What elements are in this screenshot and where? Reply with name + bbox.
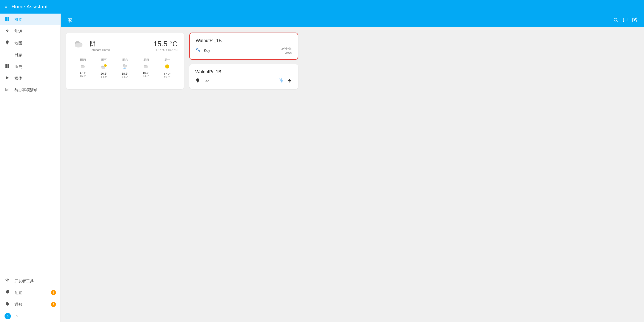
sidebar-item-map[interactable]: 地图 bbox=[0, 37, 60, 49]
svg-point-23 bbox=[75, 43, 82, 47]
notifications-icon bbox=[4, 302, 10, 307]
history-icon bbox=[4, 64, 10, 69]
weather-condition-text: 阴 bbox=[90, 40, 153, 48]
energy-icon bbox=[4, 28, 10, 34]
forecast-low-sun: 14.3° bbox=[136, 74, 156, 78]
forecast-day-name: 周日 bbox=[136, 58, 156, 62]
svg-rect-6 bbox=[6, 53, 9, 53]
device-status-top-key: 3分钟前 bbox=[281, 47, 292, 51]
forecast-high-sun: 15.8° bbox=[136, 71, 156, 74]
forecast-icon-sat bbox=[114, 63, 136, 71]
forecast-low-thu: 15.5° bbox=[72, 74, 94, 78]
device-row-led: Led bbox=[195, 78, 292, 84]
svg-marker-14 bbox=[6, 76, 9, 79]
forecast-day-name: 周一 bbox=[156, 58, 178, 62]
device-label-key: Key bbox=[204, 49, 278, 53]
svg-point-41 bbox=[196, 48, 198, 50]
sidebar-item-history[interactable]: 历史 bbox=[0, 61, 60, 72]
svg-point-33 bbox=[123, 65, 127, 68]
svg-rect-16 bbox=[6, 89, 8, 89]
media-icon bbox=[4, 76, 10, 81]
forecast-day-thu: 周四 17.7° 15.5° bbox=[72, 58, 94, 79]
bulb-icon bbox=[195, 78, 200, 84]
svg-rect-7 bbox=[6, 54, 9, 54]
bolt-icon[interactable] bbox=[287, 78, 292, 84]
forecast-icon-mon bbox=[156, 63, 178, 71]
forecast-day-sat: 周六 18.6° bbox=[114, 58, 136, 79]
weather-forecast: 周四 17.7° 15.5° 周五 bbox=[72, 58, 178, 79]
key-icon bbox=[196, 47, 201, 54]
device-card-led: WalnutPi_1B Led bbox=[189, 64, 298, 89]
svg-line-34 bbox=[123, 68, 124, 69]
sidebar-label-map: 地图 bbox=[14, 40, 22, 46]
svg-line-20 bbox=[616, 21, 618, 22]
sidebar: 概览 能源 地图 日志 bbox=[0, 13, 61, 322]
svg-marker-4 bbox=[6, 29, 8, 33]
forecast-high-thu: 17.7° bbox=[72, 71, 94, 74]
sidebar-item-config[interactable]: 配置 1 bbox=[0, 287, 60, 299]
svg-line-36 bbox=[126, 68, 126, 69]
sidebar-label-log: 日志 bbox=[14, 52, 22, 57]
device-row-key: Key 3分钟前 press bbox=[196, 47, 292, 54]
sidebar-item-notifications[interactable]: 通知 1 bbox=[0, 299, 60, 310]
content-area: 家 bbox=[61, 13, 644, 322]
map-icon bbox=[4, 40, 10, 46]
search-icon[interactable] bbox=[613, 17, 618, 23]
weather-desc: 阴 Forecast Home bbox=[90, 40, 153, 52]
forecast-low-sat: 14.9° bbox=[114, 75, 136, 78]
device-label-led: Led bbox=[204, 79, 276, 83]
log-icon bbox=[4, 52, 10, 58]
forecast-day-mon: 周一 17.7° 15.5° bbox=[156, 58, 178, 79]
sidebar-label-devtools: 开发者工具 bbox=[14, 278, 34, 284]
svg-point-19 bbox=[614, 18, 617, 21]
sidebar-label-config: 配置 bbox=[14, 290, 22, 295]
sidebar-label-history: 历史 bbox=[14, 64, 22, 69]
svg-rect-11 bbox=[8, 64, 9, 66]
sidebar-item-log[interactable]: 日志 bbox=[0, 49, 60, 61]
notifications-badge: 1 bbox=[51, 302, 56, 307]
svg-point-26 bbox=[81, 66, 85, 68]
forecast-day-name: 周五 bbox=[94, 58, 114, 62]
config-icon bbox=[4, 290, 10, 296]
sidebar-item-todo[interactable]: 待办事项清单 bbox=[0, 84, 60, 96]
forecast-icon-fri bbox=[94, 63, 114, 71]
page-title: 家 bbox=[68, 17, 613, 24]
todo-icon bbox=[4, 87, 10, 93]
device-card-key: WalnutPi_1B Key 3分钟前 press bbox=[189, 32, 298, 60]
sidebar-label-todo: 待办事项清单 bbox=[14, 88, 38, 93]
sidebar-item-media[interactable]: 媒体 bbox=[0, 72, 60, 84]
device-card-led-name: WalnutPi_1B bbox=[195, 69, 292, 74]
page-header: 家 bbox=[61, 13, 644, 27]
svg-rect-2 bbox=[5, 19, 7, 21]
avatar: p bbox=[4, 313, 11, 319]
edit-icon[interactable] bbox=[632, 17, 637, 23]
weather-temp-current: 15.5 °C bbox=[153, 40, 178, 48]
sidebar-item-energy[interactable]: 能源 bbox=[0, 25, 60, 37]
flash-off-icon[interactable] bbox=[278, 78, 284, 84]
forecast-high-sat: 18.6° bbox=[114, 72, 136, 75]
forecast-day-name: 周四 bbox=[72, 58, 94, 62]
svg-line-35 bbox=[124, 68, 125, 69]
weather-location: Forecast Home bbox=[90, 48, 153, 52]
svg-rect-13 bbox=[8, 66, 9, 68]
app-title: Home Assistant bbox=[12, 4, 48, 10]
forecast-high-mon: 17.7° bbox=[156, 72, 178, 76]
device-card-key-name: WalnutPi_1B bbox=[196, 38, 292, 43]
sidebar-item-user[interactable]: p pi bbox=[0, 310, 60, 322]
weather-condition-icon bbox=[72, 38, 85, 53]
menu-icon[interactable]: ≡ bbox=[4, 4, 8, 10]
svg-rect-12 bbox=[6, 66, 7, 68]
svg-point-40 bbox=[165, 64, 169, 68]
svg-rect-10 bbox=[6, 64, 7, 66]
sidebar-item-devtools[interactable]: 开发者工具 bbox=[0, 275, 60, 287]
forecast-high-fri: 20.3° bbox=[94, 72, 114, 75]
device-status-bottom-key: press bbox=[281, 51, 292, 54]
svg-rect-18 bbox=[6, 90, 8, 91]
svg-rect-17 bbox=[6, 90, 8, 90]
forecast-icon-thu bbox=[72, 63, 94, 70]
svg-rect-8 bbox=[6, 55, 9, 55]
chat-icon[interactable] bbox=[623, 17, 628, 23]
sidebar-item-overview[interactable]: 概览 bbox=[0, 13, 60, 25]
device-action-icons-led bbox=[278, 78, 292, 84]
cards-container: 阴 Forecast Home 15.5 °C 17.7 °C / 15.5 °… bbox=[61, 27, 644, 95]
